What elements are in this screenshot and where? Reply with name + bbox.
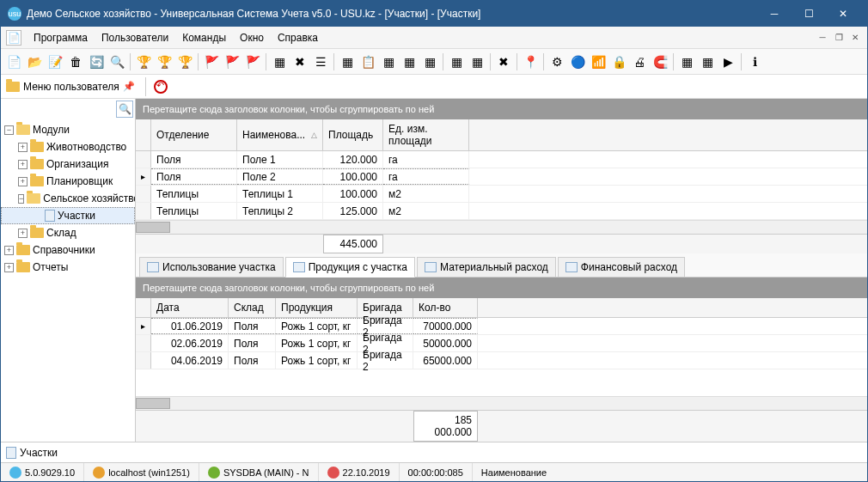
- tab[interactable]: Финансовый расход: [558, 257, 685, 277]
- toolbar-button[interactable]: 🏆: [155, 52, 174, 71]
- toolbar-button[interactable]: ▦: [270, 52, 289, 71]
- menu-Программа[interactable]: Программа: [27, 29, 95, 46]
- col-header[interactable]: Площадь: [323, 119, 383, 150]
- grid-plots[interactable]: ОтделениеНаименова...△ПлощадьЕд. изм. пл…: [136, 119, 867, 220]
- toolbar-button[interactable]: ℹ: [745, 52, 764, 71]
- toolbar-button[interactable]: ☰: [311, 52, 330, 71]
- mdi-minimize-icon[interactable]: ─: [816, 31, 829, 45]
- mdi-restore-icon[interactable]: ❐: [832, 31, 846, 45]
- undo-button[interactable]: [151, 77, 170, 96]
- tree-node[interactable]: +Справочники: [1, 241, 135, 259]
- minimize-button[interactable]: ─: [757, 1, 792, 27]
- expander-icon[interactable]: −: [4, 125, 14, 135]
- table-row[interactable]: 04.06.2019ПоляРожь 1 сорт, кгБригада 265…: [136, 352, 867, 369]
- tab[interactable]: Материальный расход: [417, 257, 556, 277]
- menu-Команды[interactable]: Команды: [175, 29, 233, 46]
- menu-Пользователи[interactable]: Пользователи: [95, 29, 175, 46]
- table-row[interactable]: ▸ПоляПоле 2100.000га: [136, 168, 867, 186]
- toolbar-button[interactable]: 🏆: [175, 52, 194, 71]
- toolbar-button[interactable]: ▦: [338, 52, 357, 71]
- toolbar-button[interactable]: 🚩: [202, 52, 221, 71]
- toolbar-button[interactable]: 🏆: [134, 52, 153, 71]
- scrollbar-h-2[interactable]: [136, 396, 867, 410]
- expander-icon[interactable]: +: [18, 160, 28, 169]
- maximize-button[interactable]: ☐: [792, 1, 826, 27]
- toolbar-button[interactable]: ▦: [698, 52, 717, 71]
- toolbar-button[interactable]: 🚩: [243, 52, 262, 71]
- table-row[interactable]: 02.06.2019ПоляРожь 1 сорт, кгБригада 250…: [136, 335, 867, 352]
- tree-node[interactable]: +Склад: [1, 224, 135, 241]
- toolbar-button[interactable]: ▦: [400, 52, 419, 71]
- tree-node[interactable]: +Планировщик: [1, 173, 135, 190]
- toolbar-button[interactable]: 📄: [4, 52, 23, 71]
- nav-tree[interactable]: −Модули+Животноводство+Организация+Плани…: [1, 119, 135, 442]
- table-row[interactable]: ТеплицыТеплицы 1100.000м2: [136, 186, 867, 203]
- expander-icon[interactable]: +: [4, 246, 14, 255]
- toolbar-button[interactable]: ⚙: [547, 52, 566, 71]
- toolbar-button[interactable]: ▦: [468, 52, 486, 71]
- mdi-close-icon[interactable]: ✕: [848, 31, 862, 45]
- toolbar-button[interactable]: ▦: [447, 52, 466, 71]
- search-button[interactable]: 🔍: [116, 101, 133, 118]
- pin-icon[interactable]: 📌: [123, 81, 135, 92]
- grid-products[interactable]: ДатаСкладПродукцияБригадаКол-во▸01.06.20…: [136, 298, 867, 369]
- toolbar-button[interactable]: 🔄: [87, 52, 106, 71]
- col-header[interactable]: Кол-во: [413, 298, 478, 317]
- col-header[interactable]: Ед. изм. площади: [383, 119, 469, 150]
- expander-icon[interactable]: +: [18, 143, 28, 152]
- table-row[interactable]: ▸01.06.2019ПоляРожь 1 сорт, кгБригада 27…: [136, 318, 867, 335]
- menu-Окно[interactable]: Окно: [233, 29, 271, 46]
- menu-Справка[interactable]: Справка: [271, 29, 325, 46]
- status-version: 5.0.9029.10: [25, 467, 75, 478]
- group-bar-1[interactable]: Перетащите сюда заголовок колонки, чтобы…: [136, 99, 867, 119]
- toolbar-button[interactable]: ▶: [718, 52, 737, 71]
- toolbar-button[interactable]: 🖨: [630, 52, 649, 71]
- tree-node[interactable]: +Организация: [1, 156, 135, 173]
- tree-node[interactable]: +Животноводство: [1, 138, 135, 156]
- toolbar-button[interactable]: 📝: [46, 52, 64, 71]
- col-header[interactable]: Дата: [151, 298, 229, 317]
- footer-total: 185 000.000: [413, 411, 478, 442]
- col-header[interactable]: Отделение: [151, 119, 237, 150]
- toolbar-button[interactable]: 📍: [521, 52, 540, 71]
- tree-node[interactable]: Участки: [1, 207, 135, 224]
- tree-node[interactable]: +Отчеты: [1, 259, 135, 276]
- group-bar-2[interactable]: Перетащите сюда заголовок колонки, чтобы…: [136, 278, 867, 298]
- toolbar-button[interactable]: 🔒: [609, 52, 628, 71]
- toolbar-button[interactable]: 📂: [25, 52, 44, 71]
- cell: 120.000: [323, 151, 383, 168]
- tree-node[interactable]: −Модули: [1, 121, 135, 138]
- toolbar-button[interactable]: ▦: [677, 52, 696, 71]
- toolbar-button[interactable]: ✖: [290, 52, 309, 71]
- toolbar-button[interactable]: ✖: [494, 52, 513, 71]
- expander-icon[interactable]: −: [18, 194, 24, 204]
- toolbar-button[interactable]: 📋: [358, 52, 377, 71]
- scrollbar-h-1[interactable]: [136, 220, 867, 234]
- col-header[interactable]: Склад: [229, 298, 276, 317]
- tab[interactable]: Использование участка: [139, 257, 284, 277]
- toolbar-button[interactable]: 📶: [589, 52, 608, 71]
- expander-icon[interactable]: +: [18, 229, 28, 238]
- table-row[interactable]: ПоляПоле 1120.000га: [136, 151, 867, 168]
- col-header[interactable]: Продукция: [276, 298, 358, 317]
- toolbar-button[interactable]: ▦: [379, 52, 398, 71]
- toolbar-button[interactable]: 🗑: [66, 52, 85, 71]
- calendar-icon: [327, 467, 339, 479]
- cell: 04.06.2019: [151, 352, 229, 369]
- user-menu-button[interactable]: Меню пользователя 📌: [1, 81, 140, 93]
- table-row[interactable]: ТеплицыТеплицы 2125.000м2: [136, 203, 867, 220]
- toolbar-button[interactable]: 🧲: [651, 52, 669, 71]
- col-header[interactable]: Наименова...△: [237, 119, 323, 150]
- expander-icon[interactable]: +: [18, 177, 28, 186]
- toolbar-button[interactable]: 🔵: [568, 52, 587, 71]
- main-area: Перетащите сюда заголовок колонки, чтобы…: [136, 99, 867, 442]
- close-button[interactable]: ✕: [826, 1, 860, 27]
- expander-icon[interactable]: +: [4, 263, 14, 272]
- toolbar-button[interactable]: 🔍: [107, 52, 126, 71]
- titlebar: usu Демо Сельское хозяйство - Универсаль…: [1, 1, 867, 27]
- tree-node[interactable]: −Сельское хозяйство: [1, 190, 135, 207]
- bottom-doc-tab[interactable]: Участки: [1, 442, 867, 462]
- toolbar-button[interactable]: ▦: [420, 52, 439, 71]
- tab[interactable]: Продукция с участка: [285, 257, 415, 278]
- toolbar-button[interactable]: 🚩: [223, 52, 241, 71]
